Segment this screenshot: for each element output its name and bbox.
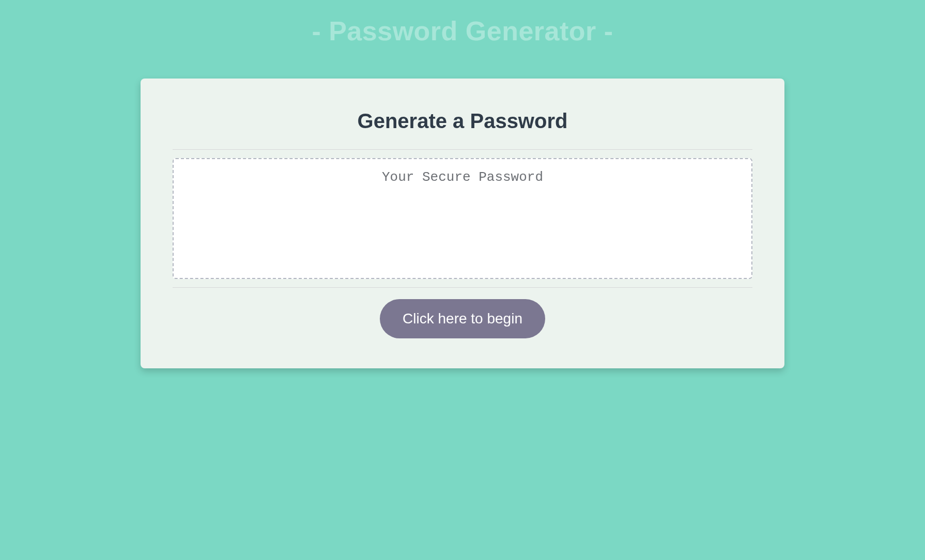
page-title: - Password Generator - (0, 15, 925, 46)
divider-top (173, 149, 752, 150)
divider-bottom (173, 287, 752, 288)
password-output[interactable] (173, 158, 752, 279)
card-heading: Generate a Password (173, 110, 752, 133)
generate-button[interactable]: Click here to begin (380, 299, 545, 338)
generator-card: Generate a Password Click here to begin (141, 79, 784, 368)
